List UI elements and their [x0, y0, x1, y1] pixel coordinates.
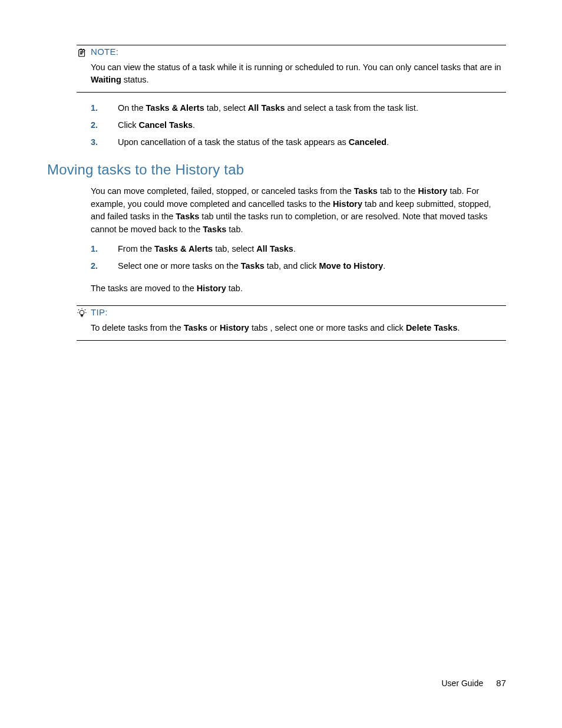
note-icon [77, 47, 87, 58]
section-heading-moving-tasks: Moving tasks to the History tab [47, 162, 506, 178]
svg-line-3 [85, 309, 85, 310]
intro-paragraph: You can move completed, failed, stopped,… [47, 185, 506, 236]
note-callout: NOTE: You can view the status of a task … [77, 45, 506, 93]
result-paragraph: The tasks are moved to the History tab. [47, 282, 506, 295]
svg-point-6 [80, 311, 84, 315]
step-number: 2. [91, 119, 98, 132]
tip-label: TIP: [91, 307, 108, 317]
svg-line-2 [78, 309, 79, 310]
move-steps-list: 1.From the Tasks & Alerts tab, select Al… [47, 243, 506, 273]
step-number: 2. [91, 260, 98, 273]
list-item: 1.On the Tasks & Alerts tab, select All … [47, 102, 506, 115]
step-number: 1. [91, 243, 98, 256]
list-item: 3.Upon cancellation of a task the status… [47, 136, 506, 149]
list-item: 1.From the Tasks & Alerts tab, select Al… [47, 243, 506, 256]
footer-label: User Guide [442, 678, 484, 688]
note-body: You can view the status of a task while … [77, 58, 506, 93]
cancel-steps-list: 1.On the Tasks & Alerts tab, select All … [47, 102, 506, 149]
step-number: 1. [91, 102, 98, 115]
list-item: 2.Select one or more tasks on the Tasks … [47, 260, 506, 273]
tip-icon [77, 308, 87, 318]
list-item: 2.Click Cancel Tasks. [47, 119, 506, 132]
page-number: 87 [496, 678, 506, 688]
tip-body: To delete tasks from the Tasks or Histor… [77, 318, 506, 341]
tip-callout: TIP: To delete tasks from the Tasks or H… [77, 305, 506, 341]
step-number: 3. [91, 136, 98, 149]
note-label: NOTE: [91, 47, 118, 57]
page-footer: User Guide 87 [442, 678, 507, 688]
